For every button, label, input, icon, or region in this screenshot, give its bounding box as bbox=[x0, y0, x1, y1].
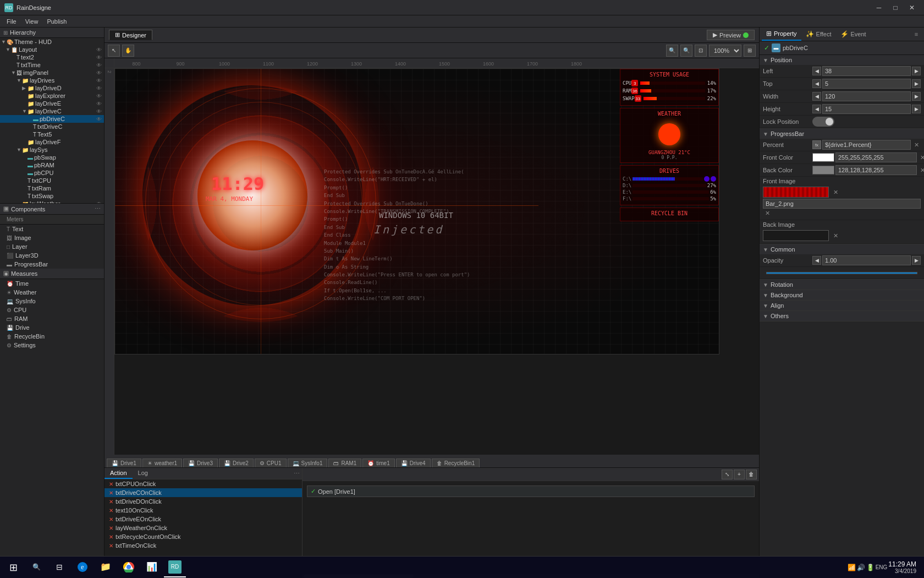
action-item-0[interactable]: ✕ txtCPUOnClick bbox=[105, 479, 302, 488]
measure-ram[interactable]: 🗃 RAM bbox=[0, 314, 104, 323]
close-button[interactable]: ✕ bbox=[904, 2, 920, 13]
measure-cpu[interactable]: ⚙ CPU bbox=[0, 306, 104, 314]
menu-publish[interactable]: Publish bbox=[42, 17, 71, 26]
front-image-preview[interactable] bbox=[763, 187, 829, 198]
height-arrow-left[interactable]: ◀ bbox=[812, 105, 821, 113]
tree-layout[interactable]: ▼ 📋 Layout 👁 bbox=[0, 46, 104, 53]
opacity-arrow-left[interactable]: ◀ bbox=[812, 256, 821, 265]
measure-time[interactable]: ⏰ Time bbox=[0, 279, 104, 288]
menu-view[interactable]: View bbox=[21, 17, 43, 26]
eye-icon[interactable]: 👁 bbox=[96, 85, 102, 91]
tray-volume[interactable]: 🔊 bbox=[857, 564, 865, 571]
percent-input[interactable] bbox=[822, 140, 911, 150]
align-section-header[interactable]: ▼ Align bbox=[760, 301, 924, 310]
taskbar-chrome[interactable] bbox=[118, 558, 140, 577]
grid-btn[interactable]: ⊞ bbox=[744, 45, 756, 57]
tree-txttime[interactable]: ▶ T txtTime 👁 bbox=[0, 61, 104, 69]
comp-layer3d[interactable]: ⬛ Layer3D bbox=[0, 251, 104, 260]
opacity-arrow-right[interactable]: ▶ bbox=[912, 256, 921, 265]
top-input[interactable] bbox=[822, 79, 911, 89]
tree-txtswap[interactable]: ▶ T txtSwap bbox=[0, 192, 104, 200]
left-input[interactable] bbox=[822, 66, 911, 76]
tree-laysys[interactable]: ▼ 📁 laySys bbox=[0, 146, 104, 154]
action-item-3[interactable]: ✕ text10OnClick bbox=[105, 506, 302, 515]
others-section-header[interactable]: ▼ Others bbox=[760, 311, 924, 321]
measures-header[interactable]: ◈ Measures bbox=[0, 269, 104, 279]
front-image-input[interactable] bbox=[763, 199, 921, 209]
file-tab-ram1[interactable]: 🗃 RAM1 bbox=[328, 459, 361, 467]
tree-text5[interactable]: ▶ T Text5 bbox=[0, 130, 104, 138]
tree-theme-hud[interactable]: ▼ 🎨 Theme - HUD bbox=[0, 38, 104, 46]
minimize-button[interactable]: ─ bbox=[871, 2, 887, 13]
taskbar-clock[interactable]: 11:29 AM 3/4/2019 bbox=[888, 560, 916, 574]
add-btn[interactable]: + bbox=[734, 470, 745, 479]
comp-progressbar[interactable]: ▬ ProgressBar bbox=[0, 260, 104, 269]
eye-icon[interactable]: 👁 bbox=[96, 54, 102, 61]
tree-laydrivec[interactable]: ▼ 📁 layDriveC 👁 bbox=[0, 107, 104, 115]
show-desktop[interactable] bbox=[917, 558, 922, 577]
tray-lang[interactable]: ENG bbox=[876, 564, 888, 570]
eye-icon[interactable]: 👁 bbox=[96, 62, 102, 68]
width-arrow-right[interactable]: ▶ bbox=[912, 92, 921, 101]
file-tab-cpu1[interactable]: ⚙ CPU1 bbox=[255, 459, 287, 467]
lock-toggle[interactable] bbox=[812, 117, 834, 127]
taskbar-explorer2[interactable]: 📊 bbox=[141, 558, 163, 577]
zoom-select[interactable]: 100% 75% 50% 125% 150% bbox=[709, 45, 741, 57]
tree-pbdrivec[interactable]: ▶ ▬ pbDriveC 👁 bbox=[0, 115, 104, 123]
measure-weather[interactable]: ☀ Weather bbox=[0, 288, 104, 297]
zoom-in-btn[interactable]: 🔍 bbox=[680, 45, 692, 57]
menu-dots[interactable]: ⋯ bbox=[95, 205, 101, 212]
back-color-clear[interactable]: ✕ bbox=[918, 166, 924, 175]
tree-txtdrivec[interactable]: ▶ T txtDriveC bbox=[0, 123, 104, 130]
width-input[interactable] bbox=[822, 91, 911, 101]
tree-pbram[interactable]: ▶ ▬ pbRAM bbox=[0, 161, 104, 169]
comp-image[interactable]: 🖼 Image bbox=[0, 233, 104, 242]
tray-battery[interactable]: 🔋 bbox=[866, 564, 875, 571]
common-section-header[interactable]: ▼ Common bbox=[760, 244, 924, 254]
back-color-swatch[interactable] bbox=[812, 166, 834, 175]
meters-section-header[interactable]: Meters bbox=[0, 215, 104, 225]
action-item-5[interactable]: ✕ layWeatherOnClick bbox=[105, 524, 302, 532]
file-tab-drive3[interactable]: 💾 Drive3 bbox=[183, 459, 218, 467]
start-button[interactable]: ⊞ bbox=[2, 558, 24, 577]
delete-btn[interactable]: 🗑 bbox=[746, 470, 757, 479]
fit-btn[interactable]: ⊡ bbox=[695, 45, 707, 57]
maximize-button[interactable]: □ bbox=[888, 2, 903, 13]
eye-icon[interactable]: 👁 bbox=[96, 108, 102, 114]
taskbar-cortana[interactable]: 🔍 bbox=[25, 558, 47, 577]
prop-tab-property[interactable]: ⊞ Property bbox=[762, 28, 801, 41]
background-section-header[interactable]: ▼ Background bbox=[760, 290, 924, 300]
eye-icon[interactable]: 👁 bbox=[96, 201, 102, 204]
prop-tab-effect[interactable]: ✨ Effect bbox=[801, 28, 836, 41]
tree-laydrivedD[interactable]: ▶ 📁 layDriveD 👁 bbox=[0, 84, 104, 92]
opacity-input[interactable] bbox=[822, 255, 911, 265]
tree-layexplorer[interactable]: ▶ 📁 layExplorer 👁 bbox=[0, 92, 104, 100]
taskbar-edge[interactable]: e bbox=[72, 558, 94, 577]
canvas-container[interactable]: 2 3 4 5 6 7 bbox=[105, 68, 759, 455]
action-item-1[interactable]: ✕ txtDriveCOnClick bbox=[105, 488, 302, 497]
file-tab-sysinfo1[interactable]: 💻 SysInfo1 bbox=[288, 459, 328, 467]
preview-button[interactable]: ▶ Preview bbox=[707, 30, 755, 40]
prop-tab-event[interactable]: ⚡ Event bbox=[836, 28, 871, 41]
tree-imgpanel[interactable]: ▼ 🖼 imgPanel 👁 bbox=[0, 69, 104, 77]
zoom-out-btn[interactable]: 🔍 bbox=[666, 45, 678, 57]
tree-txtcpu[interactable]: ▶ T txtCPU bbox=[0, 177, 104, 184]
measure-recyclebin[interactable]: 🗑 RecycleBin bbox=[0, 332, 104, 341]
back-image-clear[interactable]: ✕ bbox=[831, 231, 840, 240]
taskbar-folder[interactable]: 📁 bbox=[95, 558, 117, 577]
tray-network[interactable]: 📶 bbox=[848, 564, 856, 571]
action-tab-log[interactable]: Log bbox=[133, 468, 153, 479]
expand-btn[interactable]: ⤡ bbox=[722, 470, 733, 479]
comp-layer[interactable]: □ Layer bbox=[0, 242, 104, 251]
tree-pbcpu[interactable]: ▶ ▬ pbCPU bbox=[0, 169, 104, 177]
rotation-section-header[interactable]: ▼ Rotation bbox=[760, 280, 924, 290]
tree-laydrivef[interactable]: ▶ 📁 layDriveF bbox=[0, 138, 104, 146]
eye-icon[interactable]: 👁 bbox=[96, 78, 102, 84]
tree-layweather[interactable]: ▶ 📁 layWeather 👁 bbox=[0, 200, 104, 203]
taskbar-taskview[interactable]: ⊟ bbox=[48, 558, 70, 577]
menu-file[interactable]: File bbox=[2, 17, 21, 26]
progressbar-section-header[interactable]: ▼ ProgressBar bbox=[760, 129, 924, 139]
action-item-2[interactable]: ✕ txtDriveDOnClick bbox=[105, 497, 302, 506]
front-color-input[interactable] bbox=[835, 152, 917, 162]
file-tab-drive1[interactable]: 💾 Drive1 bbox=[107, 459, 141, 467]
